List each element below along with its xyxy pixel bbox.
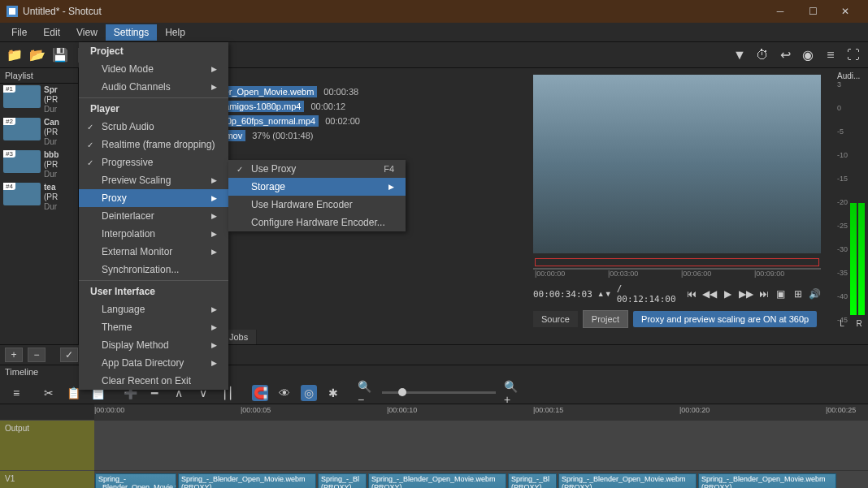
menu-item-scrub-audio[interactable]: ✓Scrub Audio bbox=[79, 118, 228, 136]
zoom-slider[interactable] bbox=[382, 391, 496, 394]
menu-item-clear-recent-on-exit[interactable]: Clear Recent on Exit bbox=[79, 372, 228, 390]
menu-item-display-method[interactable]: Display Method▶ bbox=[79, 336, 228, 354]
menu-item-external-monitor[interactable]: External Monitor▶ bbox=[79, 243, 228, 261]
playlist-item[interactable]: #2 Can(PRDur bbox=[0, 116, 78, 149]
app-icon bbox=[7, 6, 18, 17]
check-icon: ✓ bbox=[237, 165, 243, 174]
fullscreen-icon[interactable]: ⛶ bbox=[845, 47, 861, 63]
volume-icon[interactable]: 🔊 bbox=[809, 287, 821, 301]
minimize-button[interactable]: ─ bbox=[764, 0, 796, 23]
grid-icon[interactable]: ⊞ bbox=[792, 287, 804, 301]
ripple-all-icon[interactable]: ✱ bbox=[325, 385, 341, 401]
maximize-button[interactable]: ☐ bbox=[796, 0, 829, 23]
menu-item-preview-scaling[interactable]: Preview Scaling▶ bbox=[79, 171, 228, 189]
timer-icon[interactable]: ⏱ bbox=[754, 47, 770, 63]
timeline-clip[interactable]: Spring_-_Blender_Open_Movie.webm(PROXY) bbox=[95, 473, 176, 488]
submenu-item-configure-hardware-encoder-[interactable]: Configure Hardware Encoder... bbox=[228, 214, 406, 231]
menu-item-video-mode[interactable]: Video Mode▶ bbox=[79, 60, 228, 78]
chevron-right-icon: ▶ bbox=[211, 230, 217, 238]
meter-r bbox=[858, 203, 865, 315]
remove-button[interactable]: − bbox=[28, 348, 46, 362]
timeline-clip[interactable]: Spring_-_Blender_Open_Movie.webm(PROXY) bbox=[558, 473, 697, 488]
menu-item-app-data-directory[interactable]: App Data Directory▶ bbox=[79, 354, 228, 372]
menu-item-theme[interactable]: Theme▶ bbox=[79, 318, 228, 336]
open-file-icon[interactable]: 📁 bbox=[7, 47, 23, 63]
chevron-right-icon: ▶ bbox=[211, 323, 217, 331]
menu-item-synchronization-[interactable]: Synchronization... bbox=[79, 261, 228, 279]
check-button[interactable]: ✓ bbox=[60, 348, 78, 362]
audio-panel-title: Audi... bbox=[837, 71, 865, 80]
menu-item-proxy[interactable]: Proxy▶ bbox=[79, 189, 228, 207]
timeline-clip[interactable]: Spring_-_Blender_Open_Movie.webm(PROXY) bbox=[368, 473, 506, 488]
skip-back-icon[interactable]: ⏮ bbox=[686, 287, 698, 301]
track-header-v1[interactable]: V1 🔒 🔊 👁 bbox=[0, 471, 94, 488]
playlist-item[interactable]: #3 bbb(PRDur bbox=[0, 149, 78, 181]
menu-item-realtime-frame-dropping-[interactable]: ✓Realtime (frame dropping) bbox=[79, 136, 228, 153]
chevron-right-icon: ▶ bbox=[211, 359, 217, 367]
menu-file[interactable]: File bbox=[3, 24, 35, 41]
rewind-icon[interactable]: ◀◀ bbox=[702, 287, 717, 301]
window-title: Untitled* - Shotcut bbox=[7, 6, 764, 17]
submenu-item-use-proxy[interactable]: ✓Use ProxyF4 bbox=[228, 160, 406, 178]
source-tab[interactable]: Source bbox=[533, 311, 578, 327]
job-time: 00:00:38 bbox=[323, 87, 358, 97]
submenu-item-use-hardware-encoder[interactable]: Use Hardware Encoder bbox=[228, 196, 406, 214]
player-ruler[interactable]: |00:00:00 |00:03:00 |00:06:00 |00:09:00 bbox=[533, 257, 821, 281]
menu-item-audio-channels[interactable]: Audio Channels▶ bbox=[79, 78, 228, 96]
menu-settings[interactable]: Settings bbox=[106, 24, 157, 41]
v1-lane[interactable]: Spring_-_Blender_Open_Movie.webm(PROXY)S… bbox=[94, 471, 868, 488]
playlist-item[interactable]: #4 tea(PRDur bbox=[0, 181, 78, 214]
tl-menu-icon[interactable]: ≡ bbox=[8, 385, 24, 401]
playlist-title: Playlist bbox=[0, 68, 78, 84]
playlist-thumb: #4 bbox=[3, 183, 41, 205]
scrub-icon[interactable]: 👁 bbox=[276, 385, 293, 401]
menu-view[interactable]: View bbox=[68, 24, 106, 41]
timeline-clip[interactable]: Spring_-_Bl(PROXY) bbox=[318, 473, 367, 488]
link-icon[interactable]: ↩ bbox=[777, 47, 793, 63]
zoom-in-icon[interactable]: 🔍+ bbox=[504, 385, 520, 401]
track-header-output[interactable]: Output bbox=[0, 421, 94, 471]
meter-l bbox=[850, 203, 857, 315]
menu-edit[interactable]: Edit bbox=[35, 24, 68, 41]
timeline-clip[interactable]: Spring_-_Bl(PROXY) bbox=[508, 473, 557, 488]
project-tab[interactable]: Project bbox=[583, 310, 628, 328]
ripple-icon[interactable]: ◎ bbox=[301, 385, 317, 401]
timeline-ruler[interactable]: |00:00:00 |00:00:05 |00:00:10 |00:00:15 … bbox=[94, 404, 868, 421]
close-button[interactable]: ✕ bbox=[829, 0, 861, 23]
menu-item-deinterlacer[interactable]: Deinterlacer▶ bbox=[79, 207, 228, 225]
menu-item-language[interactable]: Language▶ bbox=[79, 300, 228, 318]
chevron-right-icon: ▶ bbox=[211, 212, 217, 220]
skip-fwd-icon[interactable]: ⏭ bbox=[758, 287, 770, 301]
timeline-clip[interactable]: Spring_-_Blender_Open_Movie.webm(PROXY) bbox=[698, 473, 836, 488]
submenu-item-storage[interactable]: Storage▶ bbox=[228, 178, 406, 196]
job-time: 37% (00:01:48) bbox=[252, 131, 313, 140]
chevron-right-icon: ▶ bbox=[211, 341, 217, 349]
timeline-tracks: Output V1 🔒 🔊 👁 |00:00:00 |00:00:05 |00:… bbox=[0, 404, 868, 488]
position-display[interactable]: 00:00:34:03 bbox=[533, 289, 592, 300]
preview-frame[interactable] bbox=[533, 75, 821, 253]
playlist-item[interactable]: #1 Spr(PRDur bbox=[0, 84, 78, 116]
play-icon[interactable]: ▶ bbox=[722, 287, 734, 301]
stack-icon[interactable]: ≡ bbox=[822, 47, 839, 63]
open-other-icon[interactable]: 📂 bbox=[29, 47, 46, 63]
menu-section-title: Player bbox=[79, 100, 228, 118]
duration-display: / 00:12:14:00 bbox=[617, 283, 676, 304]
add-button[interactable]: + bbox=[5, 348, 23, 362]
menu-item-progressive[interactable]: ✓Progressive bbox=[79, 153, 228, 171]
timeline-clip[interactable]: Spring_-_Blender_Open_Movie.webm(PROXY) bbox=[178, 473, 316, 488]
chevron-right-icon: ▶ bbox=[211, 194, 217, 202]
menu-section-title: Project bbox=[79, 42, 228, 60]
menu-section-title: User Interface bbox=[79, 283, 228, 300]
menu-help[interactable]: Help bbox=[157, 24, 193, 41]
cut-icon[interactable]: ✂ bbox=[41, 385, 57, 401]
loop-icon[interactable]: ▣ bbox=[775, 287, 788, 301]
zoom-out-icon[interactable]: 🔍− bbox=[358, 385, 374, 401]
output-lane[interactable] bbox=[94, 421, 868, 471]
save-icon[interactable]: 💾 bbox=[52, 47, 68, 63]
menu-item-interpolation[interactable]: Interpolation▶ bbox=[79, 225, 228, 243]
disc-icon[interactable]: ◉ bbox=[800, 47, 816, 63]
snap-icon[interactable]: 🧲 bbox=[252, 385, 268, 401]
ffwd-icon[interactable]: ▶▶ bbox=[739, 287, 753, 301]
funnel-icon[interactable]: ▼ bbox=[731, 47, 748, 63]
label-r: R bbox=[856, 319, 861, 328]
